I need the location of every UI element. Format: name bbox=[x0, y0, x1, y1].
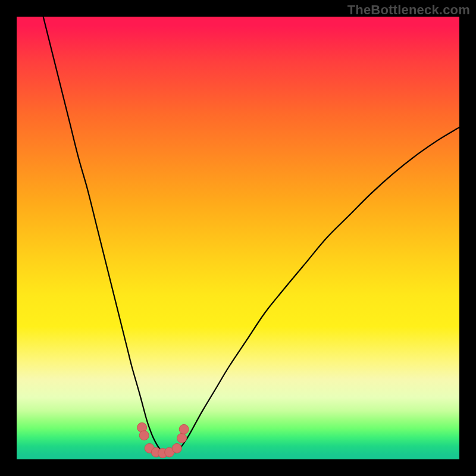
curve-right-branch bbox=[176, 127, 459, 453]
chart-frame: TheBottleneck.com bbox=[0, 0, 476, 476]
marker-dot bbox=[179, 424, 189, 434]
watermark-text: TheBottleneck.com bbox=[347, 2, 470, 18]
plot-area bbox=[17, 17, 459, 459]
marker-dot bbox=[172, 443, 181, 453]
marker-cluster bbox=[137, 422, 189, 458]
curve-left-branch bbox=[43, 17, 163, 453]
marker-dot bbox=[139, 431, 149, 440]
marker-dot bbox=[177, 433, 187, 443]
curve-layer bbox=[17, 17, 459, 459]
